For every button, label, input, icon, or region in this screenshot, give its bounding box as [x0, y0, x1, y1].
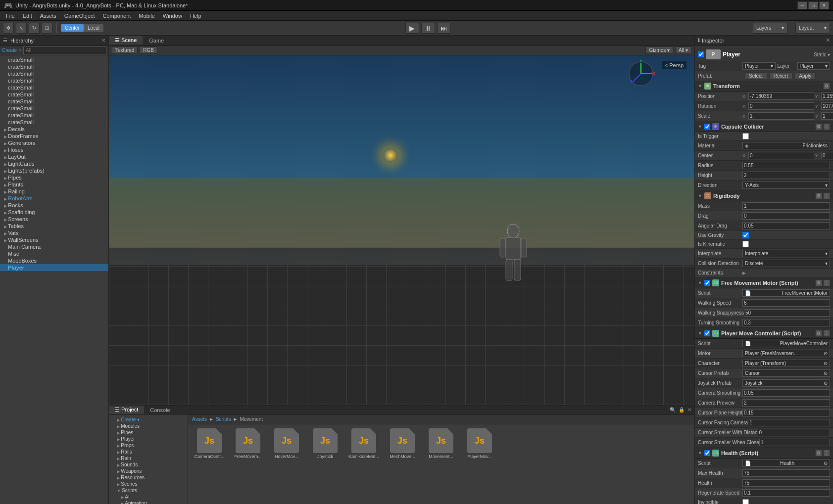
transform-settings-icon[interactable]: ⚙ — [823, 83, 830, 90]
proj-resources[interactable]: Resources — [111, 474, 186, 481]
capsule-settings-icon[interactable]: ⚙ — [815, 123, 822, 130]
free-movement-header[interactable]: ▼ JS Free Movement Motor (Script) ⚙ ⋮ — [695, 277, 833, 288]
health-menu-icon[interactable]: ⋮ — [823, 450, 830, 457]
tree-item-misc[interactable]: Misc — [0, 250, 108, 257]
project-lock-icon[interactable]: 🔒 — [679, 407, 685, 412]
menu-assets[interactable]: Assets — [36, 12, 60, 20]
tree-item-crateSmall-5[interactable]: crateSmall — [0, 84, 108, 91]
tree-item-lights-prefabs[interactable]: Lights(prefabs) — [0, 167, 108, 174]
material-value[interactable]: ◈ Frictionless — [742, 142, 830, 149]
project-tree-create[interactable]: Create ▾ — [111, 416, 186, 423]
close-button[interactable]: ✕ — [819, 1, 829, 9]
cursor-smaller-dist-input[interactable] — [758, 429, 830, 436]
tree-item-crateSmall-10[interactable]: crateSmall — [0, 119, 108, 126]
rigidbody-menu-icon[interactable]: ⋮ — [823, 192, 830, 199]
player-move-settings-icon[interactable]: ⚙ — [815, 330, 822, 337]
health-settings-icon[interactable]: ⚙ — [815, 450, 822, 457]
tree-item-vats[interactable]: Vats — [0, 229, 108, 236]
scale-y-input[interactable] — [821, 112, 833, 120]
menu-file[interactable]: File — [2, 12, 19, 20]
proj-sounds[interactable]: Sounds — [111, 461, 186, 468]
pmc-character-value[interactable]: Player (Transform) ⊙ — [742, 360, 830, 367]
move-tool-button[interactable]: ↖ — [16, 23, 27, 34]
center-option[interactable]: Center — [61, 24, 84, 32]
max-health-input[interactable] — [742, 469, 830, 477]
menu-edit[interactable]: Edit — [19, 12, 36, 20]
mass-input[interactable] — [742, 202, 830, 210]
use-gravity-checkbox[interactable] — [742, 232, 749, 238]
object-active-checkbox[interactable] — [698, 51, 704, 57]
proj-ai[interactable]: AI — [111, 494, 186, 500]
proj-rain[interactable]: Rain — [111, 455, 186, 461]
tree-item-moodboxes[interactable]: MoodBoxes — [0, 257, 108, 264]
rotate-tool-button[interactable]: ↻ — [29, 23, 40, 34]
pmc-motor-value[interactable]: Player (FreeMovemen... ⊙ — [742, 350, 830, 357]
tree-item-crateSmall-7[interactable]: crateSmall — [0, 98, 108, 105]
tree-item-layout[interactable]: LayOut — [0, 153, 108, 160]
all-button[interactable]: All ▾ — [675, 46, 691, 54]
walking-speed-input[interactable] — [742, 299, 830, 307]
tree-item-screens[interactable]: Screens — [0, 216, 108, 223]
tree-item-lightcards[interactable]: LightCards — [0, 160, 108, 167]
health-input[interactable] — [742, 479, 830, 487]
breadcrumb-scripts[interactable]: Scripts — [216, 416, 231, 422]
file-cameracon[interactable]: Js CameraContr... — [192, 428, 227, 459]
transform-header[interactable]: ▼ ⊕ Transform ⚙ — [695, 81, 833, 92]
scale-tool-button[interactable]: ⊡ — [42, 23, 52, 34]
drag-input[interactable] — [742, 212, 830, 220]
fmm-script-value[interactable]: 📄 FreeMovementMotor — [742, 289, 830, 297]
scale-x-input[interactable] — [748, 112, 814, 120]
proj-animation[interactable]: Animation — [111, 500, 186, 504]
rot-y-input[interactable] — [821, 102, 833, 110]
free-movement-settings-icon[interactable]: ⚙ — [815, 279, 822, 286]
local-option[interactable]: Local — [84, 24, 103, 32]
player-move-enabled-checkbox[interactable] — [704, 330, 710, 336]
direction-value[interactable]: Y-Axis ▾ — [742, 182, 830, 189]
free-movement-enabled-checkbox[interactable] — [704, 280, 710, 286]
camera-smoothing-input[interactable] — [742, 389, 830, 397]
proj-rails[interactable]: Rails — [111, 449, 186, 455]
tree-item-decals[interactable]: Decals — [0, 126, 108, 133]
file-playermov[interactable]: Js PlayerMov... — [462, 428, 497, 459]
cursor-prefab-value[interactable]: Cursor ⊙ — [742, 369, 830, 377]
free-movement-menu-icon[interactable]: ⋮ — [823, 279, 830, 286]
tag-value[interactable]: Player▾ — [742, 62, 776, 70]
tree-item-crateSmall-8[interactable]: crateSmall — [0, 105, 108, 112]
tree-item-rocks[interactable]: Rocks — [0, 202, 108, 209]
joystick-prefab-value[interactable]: Joystick ⊙ — [742, 379, 830, 387]
menu-component[interactable]: Component — [98, 12, 135, 20]
step-button[interactable]: ⏭ — [437, 23, 451, 34]
menu-window[interactable]: Window — [159, 12, 186, 20]
scene-view[interactable]: < Persp X Y Z — [109, 55, 694, 405]
minimize-button[interactable]: ─ — [797, 1, 807, 9]
file-kamikazem[interactable]: Js KamikazeMat... — [346, 428, 381, 459]
menu-mobile[interactable]: Mobile — [135, 12, 158, 20]
tree-item-railing[interactable]: Railing — [0, 188, 108, 195]
tab-console[interactable]: Console — [144, 406, 176, 414]
center-y-input[interactable] — [821, 152, 833, 159]
proj-modules[interactable]: Modules — [111, 423, 186, 429]
tree-item-doorframes[interactable]: DoorFrames — [0, 133, 108, 139]
menu-help[interactable]: Help — [186, 12, 205, 20]
walking-snappyness-input[interactable] — [744, 309, 830, 317]
tree-item-robotarm[interactable]: RobotArm — [0, 195, 108, 202]
invincible-checkbox[interactable] — [742, 499, 749, 504]
pos-y-input[interactable] — [821, 92, 833, 100]
height-input[interactable] — [742, 172, 830, 179]
tree-item-generators[interactable]: Generators — [0, 139, 108, 146]
proj-weapons[interactable]: Weapons — [111, 468, 186, 474]
prefab-revert-button[interactable]: Revert — [769, 72, 792, 80]
tree-item-crateSmall-3[interactable]: crateSmall — [0, 70, 108, 77]
hierarchy-search[interactable] — [23, 46, 106, 54]
tree-item-crateSmall-1[interactable]: crateSmall — [0, 56, 108, 63]
tab-scene[interactable]: ☰ Scene — [109, 36, 143, 45]
prefab-select-button[interactable]: Select — [744, 72, 767, 80]
cursor-smaller-close-input[interactable] — [759, 439, 830, 446]
rgb-button[interactable]: RGB — [140, 46, 157, 54]
proj-scenes[interactable]: Scenes — [111, 481, 186, 487]
cursor-plane-height-input[interactable] — [742, 409, 830, 416]
file-movement[interactable]: Js Movement... — [424, 428, 458, 459]
file-freemovem[interactable]: Js FreeMovem... — [231, 428, 265, 459]
tree-item-pipes[interactable]: Pipes — [0, 174, 108, 181]
collision-detection-value[interactable]: Discrete ▾ — [742, 260, 830, 267]
